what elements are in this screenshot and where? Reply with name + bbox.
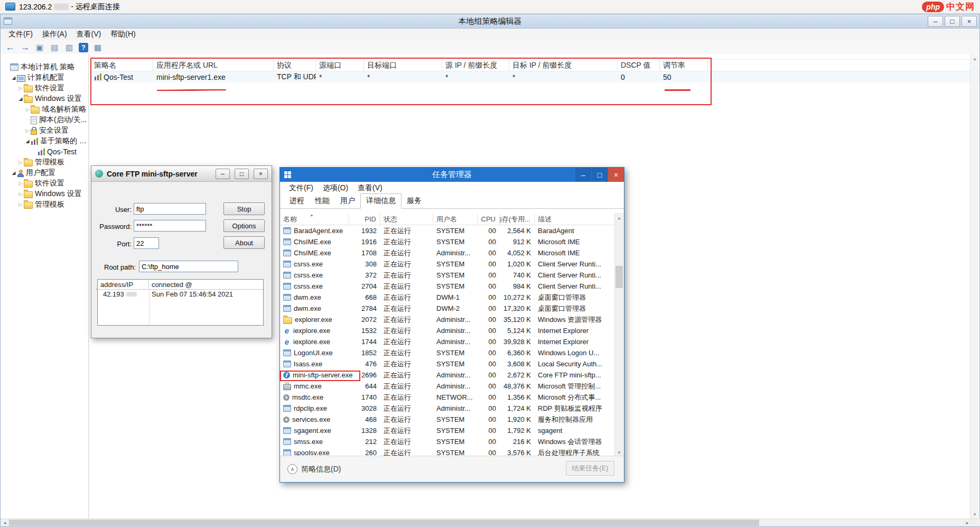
connected-column-header[interactable]: connected @ <box>149 281 192 289</box>
process-row[interactable]: rdpclip.exe 3028 正在运行 Administr... 00 1,… <box>280 403 615 414</box>
about-button[interactable]: About <box>223 236 265 249</box>
process-row[interactable]: dwm.exe 2784 正在运行 DWM-2 00 17,320 K 桌面窗口… <box>280 303 615 314</box>
qos-policy-row[interactable]: Qos-Test mini-sftp-server1.exe TCP 和 UDP… <box>91 71 979 82</box>
process-row[interactable]: mmc.exe 644 正在运行 Administr... 00 48,376 … <box>280 381 615 392</box>
table-view-icon[interactable]: ▦ <box>92 42 103 53</box>
tree-item[interactable]: 脚本(启动/关... <box>1 115 88 125</box>
process-row[interactable]: services.exe 468 正在运行 SYSTEM 00 1,920 K … <box>280 414 615 425</box>
forward-icon[interactable]: → <box>20 42 30 53</box>
tree-item[interactable]: 本地计算机 策略 <box>1 62 88 72</box>
column-header-mem[interactable]: 内存(专用... <box>500 214 535 225</box>
column-header[interactable]: 目标端口 <box>364 60 442 71</box>
tree-expander-icon[interactable] <box>17 191 24 197</box>
tree-item[interactable]: 计算机配置 <box>1 72 88 83</box>
horizontal-scrollbar[interactable]: ◂ ▸ <box>1 519 980 526</box>
process-row[interactable]: BaradAgent.exe 1932 正在运行 SYSTEM 00 2,564… <box>280 225 615 236</box>
fewer-details-toggle[interactable]: ∧ 简略信息(D) <box>287 464 341 474</box>
tree-expander-icon[interactable] <box>17 181 24 186</box>
process-row[interactable]: explorer.exe 2072 正在运行 Administr... 00 3… <box>280 314 615 325</box>
taskmgr-tab[interactable]: 服务 <box>402 194 427 208</box>
tree-item[interactable]: Windows 设置 <box>1 94 88 104</box>
menu-item[interactable]: 操作(A) <box>38 29 72 40</box>
end-task-button[interactable]: 结束任务(E) <box>566 461 614 476</box>
tree-item[interactable]: 基于策略的 Q... <box>1 136 88 146</box>
connection-row[interactable]: 42.193 Sun Feb 07 15:46:54 2021 <box>98 290 263 299</box>
tree-item[interactable]: Windows 设置 <box>1 189 88 199</box>
tree-expander-icon[interactable] <box>17 96 24 101</box>
menu-item[interactable]: 选项(O) <box>318 183 353 193</box>
minimize-button[interactable]: – <box>928 16 943 27</box>
gpedit-titlebar[interactable]: 本地组策略编辑器 – □ × <box>1 14 979 29</box>
column-header[interactable]: 策略名 <box>91 60 153 71</box>
tree-expander-icon[interactable] <box>24 107 31 112</box>
scroll-up-icon[interactable]: ▴ <box>970 54 979 63</box>
column-header-status[interactable]: 状态 <box>380 214 433 225</box>
maximize-button[interactable]: □ <box>592 168 608 182</box>
taskmgr-tab[interactable]: 详细信息 <box>360 193 402 209</box>
tree-item[interactable]: 安全设置 <box>1 125 88 136</box>
tree-expander-icon[interactable] <box>17 86 24 91</box>
tree-expander-icon[interactable] <box>17 160 24 165</box>
minimize-button[interactable]: – <box>216 169 230 179</box>
taskmgr-tab[interactable]: 进程 <box>284 194 310 208</box>
tree-item[interactable]: 软件设置 <box>1 178 88 189</box>
process-row[interactable]: iexplore.exe 1532 正在运行 Administr... 00 5… <box>280 325 615 336</box>
column-header[interactable]: 源 IP / 前缀长度 <box>442 60 509 71</box>
process-row[interactable]: mini-sftp-server.exe 2696 正在运行 Administr… <box>280 369 615 381</box>
tree-item[interactable]: 管理模板 <box>1 199 88 210</box>
tree-expander-icon[interactable] <box>24 138 31 144</box>
process-row[interactable]: csrss.exe 308 正在运行 SYSTEM 00 1,020 K Cli… <box>280 258 615 270</box>
tree-item[interactable]: Qos-Test <box>1 146 88 157</box>
doc-icon[interactable]: ▤ <box>49 42 60 53</box>
coreftp-titlebar[interactable]: Core FTP mini-sftp-server – □ × <box>91 166 272 182</box>
tree-item[interactable]: 域名解析策略 <box>1 104 88 115</box>
process-row[interactable]: LogonUI.exe 1852 正在运行 SYSTEM 00 6,360 K … <box>280 347 615 358</box>
column-header-pid[interactable]: PID <box>349 214 380 225</box>
scroll-down-icon[interactable]: ▾ <box>970 510 979 519</box>
close-button[interactable]: × <box>962 16 977 27</box>
close-button[interactable]: × <box>608 168 624 182</box>
back-icon[interactable]: ← <box>5 42 15 53</box>
column-header-desc[interactable]: 描述 <box>535 214 615 225</box>
restore-button[interactable]: □ <box>945 16 960 27</box>
scroll-left-icon[interactable]: ◂ <box>1 519 9 526</box>
menu-item[interactable]: 查看(V) <box>72 29 106 40</box>
window-icon[interactable]: ▣ <box>34 42 45 53</box>
process-row[interactable]: iexplore.exe 1744 正在运行 Administr... 00 3… <box>280 336 615 347</box>
port-input[interactable] <box>134 237 159 249</box>
menu-item[interactable]: 查看(V) <box>353 183 387 193</box>
tree-item[interactable]: 用户配置 <box>1 168 88 178</box>
help-icon[interactable]: ? <box>79 43 88 52</box>
tree-item[interactable]: 管理模板 <box>1 157 88 168</box>
scrollbar-thumb[interactable] <box>9 520 759 526</box>
tree-expander-icon[interactable] <box>11 75 17 80</box>
process-row[interactable]: smss.exe 212 正在运行 SYSTEM 00 216 K Window… <box>280 436 615 447</box>
process-row[interactable]: lsass.exe 476 正在运行 SYSTEM 00 3,608 K Loc… <box>280 358 615 369</box>
column-header[interactable]: 调节率 <box>660 60 708 71</box>
vertical-scrollbar[interactable]: ▴ ▾ <box>614 213 623 457</box>
process-row[interactable]: sgagent.exe 1328 正在运行 SYSTEM 00 1,792 K … <box>280 425 615 436</box>
password-input[interactable] <box>134 220 206 232</box>
column-header-cpu[interactable]: CPU <box>478 214 500 225</box>
vertical-scrollbar[interactable]: ▴ ▾ <box>970 54 979 519</box>
column-header[interactable]: 协议 <box>274 60 316 71</box>
process-row[interactable]: msdtc.exe 1740 正在运行 NETWOR... 00 1,356 K… <box>280 392 615 403</box>
taskmgr-titlebar[interactable]: 任务管理器 – □ × <box>280 168 624 182</box>
options-button[interactable]: Options <box>223 219 265 232</box>
column-header-name[interactable]: 名称 <box>280 214 349 225</box>
user-input[interactable] <box>134 203 206 215</box>
connections-list[interactable]: address/IP connected @ 42.193 Sun Feb 07… <box>97 279 264 326</box>
stop-button[interactable]: Stop <box>223 202 265 215</box>
process-row[interactable]: csrss.exe 372 正在运行 SYSTEM 00 740 K Clien… <box>280 270 615 281</box>
export-list-icon[interactable]: ▥ <box>64 42 74 53</box>
column-header[interactable]: 源端口 <box>316 60 364 71</box>
tree-expander-icon[interactable] <box>17 202 24 207</box>
scroll-up-icon[interactable]: ▴ <box>615 213 623 222</box>
process-row[interactable]: csrss.exe 2704 正在运行 SYSTEM 00 984 K Clie… <box>280 281 615 292</box>
taskmgr-tab[interactable]: 性能 <box>310 194 335 208</box>
taskmgr-tab[interactable]: 用户 <box>335 194 360 208</box>
menu-item[interactable]: 文件(F) <box>4 29 38 40</box>
maximize-button[interactable]: □ <box>235 169 249 179</box>
column-header[interactable]: 应用程序名或 URL <box>153 60 274 71</box>
address-column-header[interactable]: address/IP <box>98 280 149 289</box>
